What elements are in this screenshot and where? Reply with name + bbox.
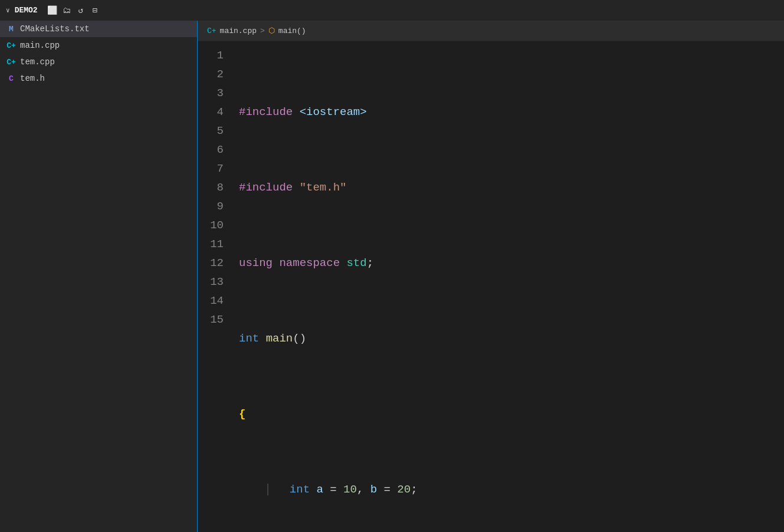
c-file-icon-tem: C [6,74,17,83]
prep-1: #include [239,103,293,121]
paren-main: () [293,329,306,348]
ns-std: std [346,254,366,272]
line-numbers: 1 2 3 4 5 6 7 8 9 10 11 12 13 14 15 [198,46,233,532]
code-line-3: using namespace std; [239,254,784,272]
line-num-14: 14 [198,291,224,310]
line-num-7: 7 [198,159,224,178]
breadcrumb-separator: > [260,27,265,35]
code-line-2: #include "tem.h" [239,178,784,197]
line-num-9: 9 [198,197,224,216]
project-section: ∨ DEMO2 ⬜ 🗂 ↺ ⊟ [6,5,100,16]
cpp-file-icon-main: C+ [6,41,17,50]
brace-open: { [239,405,245,423]
main-layout: M CMakeLists.txt C+ main.cpp C+ tem.cpp … [0,21,784,532]
prep-2: #include [239,178,293,197]
chevron-icon[interactable]: ∨ [6,6,10,14]
line-num-3: 3 [198,84,224,103]
semi-6: ; [411,480,417,499]
editor-area: C+ main.cpp > ⬡ main() 1 2 3 4 5 6 7 8 9… [198,21,784,532]
new-folder-icon[interactable]: 🗂 [61,5,72,16]
line-num-10: 10 [198,216,224,235]
line-num-15: 15 [198,310,224,329]
project-name: DEMO2 [15,6,38,15]
cpp-file-icon-tem: C+ [6,58,17,67]
comma-6: , [357,480,363,499]
title-bar-actions: ⬜ 🗂 ↺ ⊟ [47,5,100,16]
line-num-13: 13 [198,272,224,291]
include-iostream: <iostream> [300,103,367,121]
sidebar: M CMakeLists.txt C+ main.cpp C+ tem.cpp … [0,21,198,532]
line-num-8: 8 [198,178,224,197]
maincpp-filename: main.cpp [20,41,60,50]
var-a: a [316,480,323,499]
collapse-icon[interactable]: ⊟ [90,5,100,16]
sidebar-item-temh[interactable]: C tem.h [0,70,197,87]
semi-3: ; [367,254,373,272]
kw-int-main: int [239,329,259,348]
sidebar-item-temcpp[interactable]: C+ tem.cpp [0,54,197,70]
kw-namespace: namespace [279,254,340,272]
cpp-breadcrumb-icon: C+ [207,27,216,35]
line-num-2: 2 [198,65,224,84]
code-line-4: int main() [239,329,784,348]
fn-main: main [266,329,293,348]
include-temh: "tem.h" [300,178,347,197]
kw-using: using [239,254,273,272]
code-line-5: { [239,405,784,423]
line-num-12: 12 [198,254,224,272]
temh-filename: tem.h [20,74,45,83]
breadcrumb-function: main() [278,27,306,35]
tab-bar: C+ main.cpp > ⬡ main() [198,21,784,41]
sidebar-item-cmakelists[interactable]: M CMakeLists.txt [0,21,197,37]
m-file-icon: M [6,25,17,34]
function-breadcrumb-icon: ⬡ [268,26,275,35]
line-num-11: 11 [198,235,224,254]
code-line-1: #include <iostream> [239,103,784,121]
line-num-4: 4 [198,103,224,121]
temcpp-filename: tem.cpp [20,57,55,67]
code-content[interactable]: #include <iostream> #include "tem.h" usi… [233,46,784,532]
breadcrumb: C+ main.cpp > ⬡ main() [198,26,316,35]
new-file-icon[interactable]: ⬜ [47,5,58,16]
var-b: b [370,480,377,499]
indent-guide-6 [267,484,268,495]
breadcrumb-file: main.cpp [220,27,257,35]
line-num-5: 5 [198,121,224,140]
refresh-icon[interactable]: ↺ [76,5,86,16]
num-20: 20 [397,480,411,499]
line-num-1: 1 [198,46,224,65]
cmakelists-filename: CMakeLists.txt [20,24,90,34]
line-num-6: 6 [198,140,224,159]
code-line-6: int a = 10, b = 20; [239,480,784,499]
op-eq-a: = [330,480,336,499]
num-10: 10 [343,480,357,499]
kw-int-6: int [290,480,310,499]
op-eq-b: = [384,480,391,499]
code-container[interactable]: 1 2 3 4 5 6 7 8 9 10 11 12 13 14 15 #inc… [198,41,784,532]
sidebar-item-maincpp[interactable]: C+ main.cpp [0,37,197,54]
title-bar: ∨ DEMO2 ⬜ 🗂 ↺ ⊟ [0,0,784,21]
